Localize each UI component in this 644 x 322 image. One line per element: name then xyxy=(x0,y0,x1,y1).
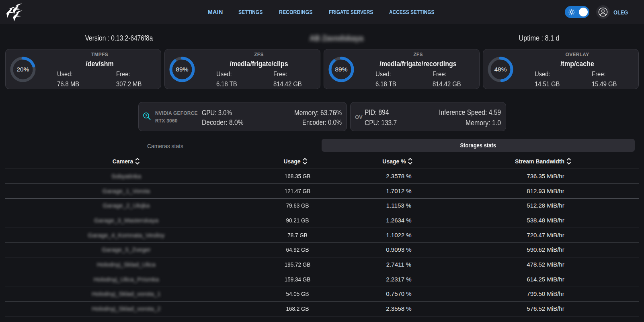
svg-text:?: ? xyxy=(145,114,148,118)
